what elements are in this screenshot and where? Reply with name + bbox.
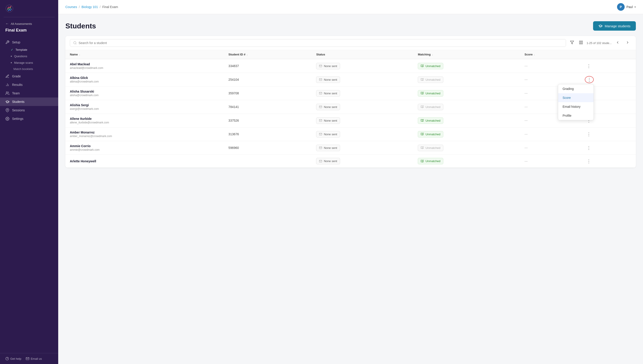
matching-badge[interactable]: Unmatched (418, 145, 443, 151)
matching-badge[interactable]: Unmatched (418, 131, 443, 138)
students-table: Name ↓ Student ID # ↓ St (65, 50, 636, 168)
filter-icon (570, 40, 574, 44)
student-id: 313676 (228, 132, 239, 136)
dropdown-item-profile[interactable]: Profile (558, 111, 593, 120)
student-name: Alisha Slusarski (70, 90, 220, 93)
check-icon: ✓ (11, 48, 13, 52)
sessions-label: Sessions (12, 108, 25, 112)
wrench-icon (5, 40, 10, 44)
matching-badge[interactable]: Unmatched (418, 104, 443, 110)
dropdown-item-grading[interactable]: Grading (558, 84, 593, 93)
student-email: alisha@crowdmark.com (70, 94, 220, 97)
sidebar-item-results[interactable]: Results (0, 80, 58, 89)
student-name: Abel Maclead (70, 62, 220, 66)
sidebar-nav: Setup ✓ Template Questions Manage scans … (0, 36, 58, 353)
app-logo-icon (5, 4, 14, 12)
matching-badge[interactable]: Unmatched (418, 63, 443, 69)
email-us-label: Email us (31, 357, 42, 360)
col-status: Status (312, 50, 413, 59)
dropdown-item-score[interactable]: Score (558, 93, 593, 102)
email-us-link[interactable]: Email us (26, 357, 42, 360)
manage-students-icon (598, 24, 602, 28)
student-id: 784141 (228, 105, 239, 109)
col-name[interactable]: Name ↓ (65, 50, 224, 59)
sidebar-item-sessions[interactable]: Sessions (0, 106, 58, 114)
sidebar-sub-match-booklets[interactable]: Match booklets (0, 66, 58, 72)
more-actions-button[interactable]: ⋮ (585, 76, 594, 83)
more-actions-button[interactable]: ⋮ (585, 145, 593, 151)
student-email: amaclead@crowdmark.com (70, 66, 220, 70)
more-actions-button[interactable]: ⋮ (585, 63, 593, 69)
table-row: Amber Monarrez amber_monarrez@crowdmark.… (65, 128, 636, 141)
student-name: Ammie Corrio (70, 144, 220, 148)
table-row: Albina Glick albina@crowdmark.com 254104… (65, 73, 636, 86)
book-icon (421, 64, 424, 68)
sidebar-item-grade[interactable]: Grade (0, 72, 58, 80)
manage-students-button[interactable]: Manage students (593, 21, 636, 31)
manage-students-label: Manage students (605, 24, 630, 28)
status-badge: None sent (316, 158, 340, 164)
table-row: Ammie Corrio ammie@crowdmark.com 596960 … (65, 141, 636, 155)
status-badge: None sent (316, 90, 340, 96)
help-icon (5, 357, 9, 360)
breadcrumb-sep-1: / (79, 5, 80, 9)
student-id: 359708 (228, 92, 239, 95)
score-value: --- (525, 78, 528, 82)
breadcrumb-courses[interactable]: Courses (65, 5, 77, 9)
svg-rect-12 (579, 41, 580, 44)
page-content: Students Manage students (58, 14, 643, 364)
col-student-id[interactable]: Student ID # ↓ (224, 50, 312, 59)
col-matching[interactable]: Matching ↓ (413, 50, 520, 59)
more-actions-button[interactable]: ⋮ (585, 158, 593, 164)
name-sort-icon: ↓ (79, 53, 80, 56)
table-row: Alisha Slusarski alisha@crowdmark.com 35… (65, 86, 636, 100)
sidebar-item-setup[interactable]: Setup (0, 38, 58, 46)
sidebar-item-students[interactable]: Students (0, 98, 58, 106)
more-actions-button[interactable]: ⋮ (585, 131, 593, 137)
matching-badge[interactable]: Unmatched (418, 158, 443, 164)
status-badge: None sent (316, 131, 340, 138)
table-toolbar: 1-25 of 102 stude... (65, 36, 636, 50)
table-row: Allene Iturbide allene_iturbide@crowdmar… (65, 114, 636, 128)
matching-badge[interactable]: Unmatched (418, 76, 443, 83)
email-us-icon (26, 357, 29, 360)
assessment-title: Final Exam (5, 28, 53, 33)
search-input[interactable] (79, 41, 563, 45)
get-help-link[interactable]: Get help (5, 357, 21, 360)
email-icon (319, 160, 322, 163)
sidebar-item-team[interactable]: Team (0, 89, 58, 98)
main-area: Courses / Biology 101 / Final Exam P Pau… (58, 0, 643, 364)
filter-button[interactable] (569, 39, 575, 47)
book-icon (421, 105, 424, 108)
columns-icon (579, 40, 583, 44)
dropdown-item-email-history[interactable]: Email history (558, 102, 593, 111)
svg-point-4 (6, 92, 8, 93)
chevron-down-icon: ▾ (634, 6, 636, 8)
score-value: --- (525, 105, 528, 109)
student-email: albina@crowdmark.com (70, 80, 220, 83)
team-label: Team (12, 92, 20, 95)
matching-badge[interactable]: Unmatched (418, 118, 443, 124)
settings-label: Settings (12, 117, 24, 120)
book-icon (421, 146, 424, 149)
back-to-assessments[interactable]: ← All Assessments (5, 22, 53, 26)
next-page-button[interactable] (624, 40, 631, 46)
book-icon (421, 132, 424, 136)
svg-point-5 (7, 109, 8, 110)
get-help-label: Get help (10, 357, 21, 360)
user-menu[interactable]: P Paul ▾ (617, 3, 636, 11)
breadcrumb-sep-2: / (100, 5, 101, 9)
sidebar-sub-manage-scans[interactable]: Manage scans (0, 60, 58, 66)
prev-page-button[interactable] (614, 40, 621, 46)
col-score[interactable]: Score ↓ (520, 50, 580, 59)
page-title: Students (65, 22, 96, 30)
search-box[interactable] (70, 39, 566, 47)
sidebar-sub-template[interactable]: ✓ Template (0, 46, 58, 53)
breadcrumb-biology[interactable]: Biology 101 (82, 5, 98, 9)
svg-marker-11 (570, 41, 574, 44)
matching-badge[interactable]: Unmatched (418, 90, 443, 96)
columns-button[interactable] (578, 39, 584, 47)
status-badge: None sent (316, 118, 340, 124)
sidebar-item-settings[interactable]: Settings (0, 114, 58, 123)
sidebar-sub-questions[interactable]: Questions (0, 53, 58, 60)
